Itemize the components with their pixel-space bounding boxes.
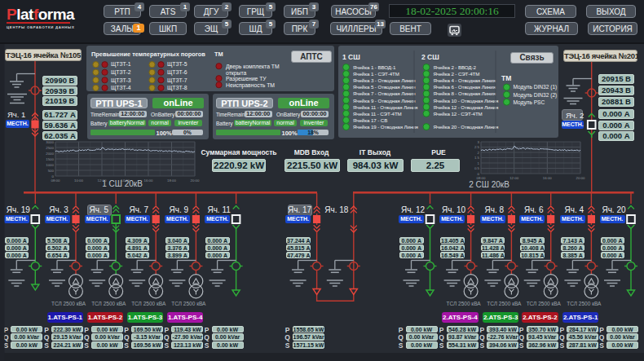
svg-text:3: 3 [478, 140, 480, 144]
svg-text:08:00: 08:00 [51, 178, 61, 183]
svg-text:3000: 3000 [46, 140, 54, 144]
svg-text:0.5: 0.5 [474, 166, 480, 170]
svg-text:20:00: 20:00 [191, 178, 201, 183]
svg-text:0: 0 [52, 174, 55, 178]
svg-text:1500: 1500 [46, 157, 54, 161]
svg-text:1000: 1000 [46, 163, 54, 167]
svg-text:20:00: 20:00 [576, 176, 586, 180]
svg-text:2000: 2000 [46, 152, 54, 156]
svg-text:0: 0 [478, 172, 480, 176]
svg-text:1: 1 [478, 161, 480, 165]
svg-text:1.5: 1.5 [474, 156, 480, 160]
svg-text:10:00: 10:00 [74, 178, 84, 183]
svg-text:16:00: 16:00 [543, 176, 553, 180]
svg-text:500: 500 [48, 169, 55, 173]
svg-text:18:00: 18:00 [167, 178, 177, 183]
svg-text:2500: 2500 [46, 146, 54, 150]
